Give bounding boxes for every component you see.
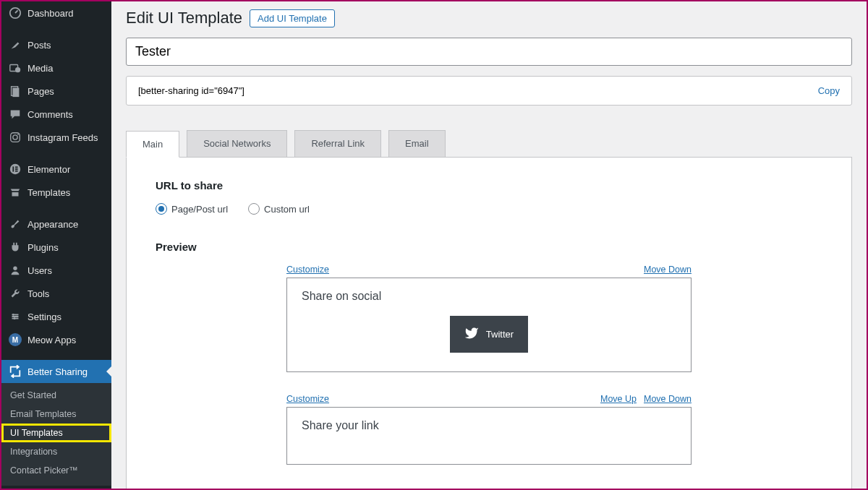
page-title: Edit UI Template xyxy=(126,9,242,27)
radio-custom-input[interactable] xyxy=(248,203,260,215)
svg-rect-9 xyxy=(12,166,14,171)
sidebar-label: Users xyxy=(27,265,52,276)
sidebar-item-elementor[interactable]: Elementor xyxy=(1,158,111,181)
sidebar-label: Pages xyxy=(27,86,54,97)
sidebar-item-instagram[interactable]: Instagram Feeds xyxy=(1,126,111,149)
preview-block-social: Customize Move Down Share on social Twit… xyxy=(286,265,692,372)
media-icon xyxy=(9,61,22,74)
sidebar-item-plugins[interactable]: Plugins xyxy=(1,236,111,259)
sidebar-label: Better Sharing xyxy=(27,366,88,377)
sidebar-item-posts[interactable]: Posts xyxy=(1,33,111,56)
svg-rect-4 xyxy=(12,88,19,98)
sidebar-item-settings[interactable]: Settings xyxy=(1,305,111,328)
shortcode-row: [better-sharing id="6947"] Copy xyxy=(126,76,852,106)
svg-rect-10 xyxy=(15,166,18,168)
svg-point-6 xyxy=(13,135,17,139)
sidebar-label: Settings xyxy=(27,311,61,322)
customize-link[interactable]: Customize xyxy=(286,394,329,404)
radio-page-post-input[interactable] xyxy=(156,203,167,215)
templates-icon xyxy=(9,186,22,199)
radio-custom-url[interactable]: Custom url xyxy=(248,203,310,215)
twitter-label: Twitter xyxy=(486,329,514,340)
shortcode-text: [better-sharing id="6947"] xyxy=(138,85,244,96)
sidebar-label: Dashboard xyxy=(27,8,74,19)
elementor-icon xyxy=(9,163,22,176)
sidebar-item-users[interactable]: Users xyxy=(1,259,111,282)
sidebar-label: Comments xyxy=(27,109,73,120)
sidebar-label: Plugins xyxy=(27,242,59,253)
instagram-icon xyxy=(9,131,22,144)
sidebar-item-dashboard[interactable]: Dashboard xyxy=(1,1,111,25)
svg-rect-11 xyxy=(15,168,18,170)
meow-icon: M xyxy=(9,333,22,346)
tools-icon xyxy=(9,287,22,300)
template-title-input[interactable] xyxy=(126,38,852,66)
main-content: Edit UI Template Add UI Template [better… xyxy=(111,1,867,489)
sidebar-item-meow[interactable]: M Meow Apps xyxy=(1,328,111,351)
url-heading: URL to share xyxy=(156,179,822,192)
move-down-link[interactable]: Move Down xyxy=(644,394,692,404)
tab-body-main: URL to share Page/Post url Custom url Pr… xyxy=(126,157,852,489)
subitem-ui-templates[interactable]: UI Templates xyxy=(1,424,111,442)
sidebar-item-media[interactable]: Media xyxy=(1,56,111,79)
svg-point-7 xyxy=(17,134,19,135)
add-ui-template-button[interactable]: Add UI Template xyxy=(250,9,335,27)
sidebar-label: Meow Apps xyxy=(27,335,76,345)
subitem-integrations[interactable]: Integrations xyxy=(1,442,111,461)
preview-card-link: Share your link xyxy=(286,407,692,465)
tab-email[interactable]: Email xyxy=(388,130,446,157)
preview-links-2: Customize Move Up Move Down xyxy=(286,394,692,404)
customize-link[interactable]: Customize xyxy=(286,265,329,275)
settings-icon xyxy=(9,310,22,323)
preview-links-1: Customize Move Down xyxy=(286,265,692,275)
sidebar-item-tools[interactable]: Tools xyxy=(1,282,111,305)
sidebar-label: Media xyxy=(27,63,53,74)
sidebar-label: Instagram Feeds xyxy=(27,132,98,143)
sidebar-item-better-sharing[interactable]: Better Sharing xyxy=(1,360,111,383)
twitter-share-button[interactable]: Twitter xyxy=(450,316,528,353)
subitem-get-started[interactable]: Get Started xyxy=(1,386,111,405)
tab-social[interactable]: Social Networks xyxy=(187,130,287,157)
dashboard-icon xyxy=(9,7,22,20)
sidebar-label: Templates xyxy=(27,187,70,198)
url-radio-row: Page/Post url Custom url xyxy=(156,203,822,215)
preview-card-social: Share on social Twitter xyxy=(286,278,692,372)
sidebar-label: Posts xyxy=(27,40,51,51)
admin-sidebar: Dashboard Posts Media Pages Comments Ins… xyxy=(1,1,111,489)
sidebar-label: Appearance xyxy=(27,219,78,230)
pages-icon xyxy=(9,85,22,98)
comments-icon xyxy=(9,108,22,121)
svg-point-13 xyxy=(13,267,17,270)
page-header: Edit UI Template Add UI Template xyxy=(111,1,867,38)
card-title: Share your link xyxy=(302,419,676,432)
radio-label: Page/Post url xyxy=(171,204,228,215)
svg-point-15 xyxy=(16,316,18,318)
tab-main[interactable]: Main xyxy=(126,131,179,158)
subitem-contact-picker[interactable]: Contact Picker™ xyxy=(1,461,111,480)
card-title: Share on social xyxy=(302,290,676,303)
sidebar-label: Tools xyxy=(27,288,49,299)
pin-icon xyxy=(9,38,22,51)
tabs: Main Social Networks Referral Link Email xyxy=(126,130,852,157)
move-up-link[interactable]: Move Up xyxy=(600,394,637,404)
twitter-icon xyxy=(464,326,479,343)
svg-point-16 xyxy=(14,317,16,319)
tab-referral[interactable]: Referral Link xyxy=(294,130,381,157)
sidebar-item-pages[interactable]: Pages xyxy=(1,79,111,103)
svg-point-14 xyxy=(12,314,14,316)
plugin-icon xyxy=(9,241,22,254)
sidebar-item-templates[interactable]: Templates xyxy=(1,181,111,204)
sidebar-item-appearance[interactable]: Appearance xyxy=(1,212,111,236)
sidebar-subgroup: Get Started Email Templates UI Templates… xyxy=(1,383,111,486)
move-down-link[interactable]: Move Down xyxy=(644,265,692,275)
preview-heading: Preview xyxy=(156,241,822,253)
users-icon xyxy=(9,264,22,277)
copy-link[interactable]: Copy xyxy=(818,85,840,96)
svg-rect-12 xyxy=(15,171,18,172)
radio-label: Custom url xyxy=(264,204,310,215)
svg-point-2 xyxy=(15,67,20,72)
sidebar-item-comments[interactable]: Comments xyxy=(1,103,111,126)
radio-page-post[interactable]: Page/Post url xyxy=(156,203,228,215)
subitem-email-templates[interactable]: Email Templates xyxy=(1,405,111,424)
share-icon xyxy=(9,365,22,378)
